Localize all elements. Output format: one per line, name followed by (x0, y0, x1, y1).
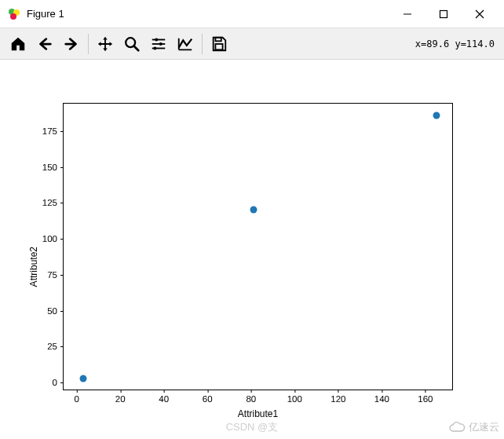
svg-line-8 (134, 46, 139, 50)
back-button[interactable] (31, 31, 58, 57)
svg-rect-4 (440, 10, 447, 17)
svg-rect-15 (215, 37, 221, 41)
maximize-button[interactable] (425, 0, 462, 28)
edit-axes-button[interactable] (172, 31, 199, 57)
svg-point-2 (10, 13, 16, 20)
svg-point-10 (155, 38, 158, 41)
forward-button[interactable] (58, 31, 85, 57)
y-tick: 25 (47, 342, 64, 351)
y-tick: 0 (53, 378, 64, 387)
x-tick: 100 (287, 390, 302, 404)
x-tick: 0 (74, 390, 79, 404)
y-tick: 150 (42, 163, 64, 172)
scatter-point (79, 375, 86, 382)
app-icon (8, 8, 20, 20)
window-titlebar: Figure 1 (0, 0, 504, 28)
svg-point-12 (159, 42, 163, 45)
cloud-icon (448, 421, 466, 434)
scatter-point (250, 207, 257, 214)
x-tick: 40 (159, 390, 169, 404)
y-tick: 75 (47, 270, 64, 280)
watermark-csdn: CSDN @支 (226, 420, 279, 434)
x-axis-label: Attribute1 (238, 408, 278, 419)
watermark-yisu: 亿速云 (448, 420, 499, 434)
x-tick: 60 (203, 390, 213, 404)
scatter-point (433, 112, 440, 119)
zoom-button[interactable] (119, 31, 145, 57)
toolbar-separator (88, 34, 89, 54)
svg-rect-16 (215, 44, 222, 49)
y-tick: 50 (47, 306, 64, 316)
x-tick: 140 (374, 390, 389, 404)
plot-axes[interactable]: Attribute1 Attribute2 020406080100120140… (63, 103, 453, 390)
configure-subplots-button[interactable] (145, 31, 172, 57)
figure-canvas[interactable]: Attribute1 Attribute2 020406080100120140… (0, 60, 504, 439)
toolbar: x=89.6 y=114.0 (0, 28, 504, 60)
x-tick: 120 (331, 390, 345, 404)
close-button[interactable] (462, 0, 498, 28)
minimize-button[interactable] (389, 0, 425, 28)
pan-button[interactable] (92, 31, 119, 57)
x-tick: 20 (115, 390, 126, 404)
home-button[interactable] (5, 31, 31, 57)
svg-point-14 (153, 46, 156, 49)
window-title: Figure 1 (27, 8, 64, 20)
watermark-yisu-text: 亿速云 (469, 420, 499, 434)
toolbar-separator (202, 34, 203, 54)
y-tick: 125 (42, 198, 64, 207)
y-tick: 100 (42, 234, 64, 243)
x-tick: 80 (246, 390, 256, 404)
cursor-coordinates: x=89.6 y=114.0 (415, 38, 499, 49)
save-button[interactable] (206, 31, 232, 57)
y-axis-label: Attribute2 (28, 247, 39, 287)
x-tick: 160 (418, 390, 433, 404)
y-tick: 175 (42, 126, 64, 136)
